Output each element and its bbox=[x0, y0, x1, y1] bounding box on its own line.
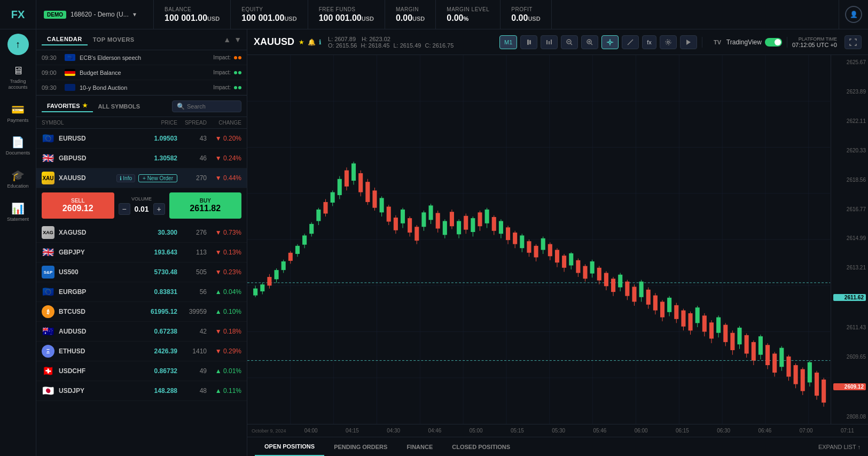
search-input[interactable] bbox=[187, 103, 237, 110]
price-label-9: 2611.43 bbox=[833, 324, 866, 330]
sidebar-item-statement[interactable]: 📊 Statement bbox=[2, 197, 34, 228]
deposit-button[interactable]: ↑ bbox=[7, 34, 29, 55]
tab-favorites[interactable]: FAVORITES ★ bbox=[42, 100, 93, 112]
free-funds-stat: FREE FUNDS 100 001.00USD bbox=[308, 0, 385, 29]
event-time-1: 09:30 bbox=[42, 55, 60, 61]
tab-finance[interactable]: FINANCE bbox=[397, 437, 442, 456]
time-label-0500: 05:00 bbox=[456, 428, 497, 434]
symbol-row-xauusd[interactable]: XAU XAUUSD ℹ Info + New Order 270 ▼ 0.44… bbox=[36, 168, 247, 188]
symbol-row-audusd[interactable]: 🇦🇺 AUDUSD 0.67238 42 ▼ 0.18% bbox=[36, 322, 247, 342]
timeframe-m1-button[interactable]: M1 bbox=[499, 35, 517, 49]
xauusd-new-order-button[interactable]: + New Order bbox=[138, 174, 177, 182]
tab-pending-orders[interactable]: PENDING ORDERS bbox=[324, 437, 397, 456]
event-title-2: Budget Balance bbox=[80, 69, 213, 76]
tab-calendar[interactable]: CALENDAR bbox=[42, 34, 88, 45]
svg-rect-53 bbox=[275, 270, 279, 279]
svg-rect-209 bbox=[822, 380, 826, 403]
sell-button[interactable]: SELL 2609.12 bbox=[42, 192, 114, 219]
user-avatar[interactable]: 👤 bbox=[845, 6, 862, 23]
symbol-row-eurusd[interactable]: 🇪🇺 EURUSD 1.09503 43 ▼ 0.20% bbox=[36, 129, 247, 149]
sidebar-item-education[interactable]: 🎓 Education bbox=[2, 164, 34, 195]
audusd-name: AUDUSD bbox=[59, 328, 135, 335]
zoom-out-button[interactable] bbox=[561, 35, 578, 49]
price-label-6: 2616.77 bbox=[833, 206, 866, 212]
tab-top-movers[interactable]: TOP MOVERS bbox=[88, 34, 140, 45]
pencil-icon bbox=[627, 38, 634, 46]
zoom-in-icon bbox=[586, 38, 593, 46]
play-button[interactable] bbox=[680, 35, 697, 49]
star-icon[interactable]: ★ bbox=[299, 38, 304, 46]
svg-rect-89 bbox=[401, 210, 405, 223]
symbol-row-gbpusd[interactable]: 🇬🇧 GBPUSD 1.30582 46 ▼ 0.24% bbox=[36, 149, 247, 168]
zoom-in-button[interactable] bbox=[581, 35, 598, 49]
sidebar-item-documents[interactable]: 📄 Documents bbox=[2, 130, 34, 161]
chart-type-candle-button[interactable] bbox=[520, 35, 537, 49]
tradingview-toggle[interactable] bbox=[765, 38, 782, 47]
xauusd-info-button[interactable]: ℹ Info bbox=[116, 174, 135, 182]
user-area[interactable]: 👤 bbox=[839, 0, 868, 29]
volume-increase-button[interactable]: + bbox=[153, 203, 165, 215]
symbol-row-xagusd[interactable]: XAG XAGUSD 30.300 276 ▼ 0.73% bbox=[36, 223, 247, 243]
settings-button[interactable] bbox=[660, 35, 677, 49]
symbol-row-usdjpy[interactable]: 🇯🇵 USDJPY 148.288 48 ▲ 0.11% bbox=[36, 381, 247, 401]
price-label-1: 2625.67 bbox=[833, 59, 866, 65]
symbol-row-btcusd[interactable]: ₿ BTCUSD 61995.12 39959 ▲ 0.10% bbox=[36, 302, 247, 322]
col-change-header: CHANGE bbox=[207, 120, 241, 126]
tab-open-positions[interactable]: OPEN POSITIONS bbox=[255, 437, 324, 456]
tab-all-symbols[interactable]: ALL SYMBOLS bbox=[93, 101, 146, 112]
indicators-button[interactable]: fx bbox=[642, 35, 656, 49]
symbol-row-us500[interactable]: S&P US500 5730.48 505 ▼ 0.23% bbox=[36, 262, 247, 282]
buy-button[interactable]: BUY 2611.82 bbox=[169, 192, 242, 219]
dot-1 bbox=[234, 56, 237, 59]
xauusd-actions: XAUUSD ℹ Info + New Order bbox=[59, 174, 177, 182]
info-circle-icon[interactable]: ℹ bbox=[319, 38, 322, 46]
crosshair-button[interactable] bbox=[601, 35, 619, 49]
chart-type-bar-button[interactable] bbox=[541, 35, 558, 49]
svg-rect-105 bbox=[457, 221, 461, 235]
chart-toolbar: M1 bbox=[499, 35, 862, 49]
platform-time-label: PLATFORM TIME bbox=[792, 36, 837, 42]
main-content: ↑ 🖥 Trading accounts 💳 Payments 📄 Docume… bbox=[0, 29, 868, 456]
svg-rect-151 bbox=[618, 275, 622, 288]
audusd-icon: 🇦🇺 bbox=[42, 325, 54, 338]
chevron-down-icon[interactable]: ▼ bbox=[234, 35, 241, 44]
sidebar-item-payments[interactable]: 💳 Payments bbox=[2, 98, 34, 129]
bell-icon[interactable]: 🔔 bbox=[308, 38, 316, 46]
account-info: 168620 - Demo (U... bbox=[71, 11, 129, 18]
event-title-3: 10-y Bond Auction bbox=[80, 84, 213, 91]
price-label-8: 2613.21 bbox=[833, 265, 866, 270]
calendar-event-3[interactable]: 09:30 10-y Bond Auction Impact: bbox=[36, 80, 247, 95]
price-axis: 2625.67 2623.89 2622.11 2620.33 2618.56 … bbox=[831, 55, 868, 424]
chart-canvas[interactable]: 2625.67 2623.89 2622.11 2620.33 2618.56 … bbox=[247, 55, 868, 424]
svg-rect-4 bbox=[551, 40, 552, 44]
eurgbp-name: EURGBP bbox=[59, 288, 135, 296]
gbpusd-name: GBPUSD bbox=[59, 154, 135, 162]
svg-rect-123 bbox=[520, 235, 524, 248]
calendar-event-2[interactable]: 09:00 Budget Balance Impact: bbox=[36, 65, 247, 80]
tab-closed-positions[interactable]: CLOSED POSITIONS bbox=[442, 437, 520, 456]
symbol-row-usdchf[interactable]: 🇨🇭 USDCHF 0.86732 49 ▲ 0.01% bbox=[36, 361, 247, 381]
btcusd-icon: ₿ bbox=[42, 305, 54, 318]
expand-list-button[interactable]: EXPAND LIST ↑ bbox=[818, 444, 861, 450]
calendar-event-1[interactable]: 09:30 🇪🇺 ECB's Elderson speech Impact: bbox=[36, 50, 247, 65]
logo-area: FX bbox=[0, 0, 36, 29]
education-icon: 🎓 bbox=[11, 169, 25, 182]
svg-rect-47 bbox=[253, 289, 257, 296]
sidebar-item-trading-accounts[interactable]: 🖥 Trading accounts bbox=[2, 59, 34, 96]
symbol-row-eurgbp[interactable]: 🇪🇺 EURGBP 0.83831 56 ▲ 0.04% bbox=[36, 282, 247, 302]
ethusd-price: 2426.39 bbox=[135, 347, 177, 355]
symbol-row-gbpjpy[interactable]: 🇬🇧 GBPJPY 193.643 113 ▼ 0.13% bbox=[36, 243, 247, 262]
buy-price: 2611.82 bbox=[176, 204, 236, 213]
search-box[interactable]: 🔍 bbox=[172, 101, 241, 112]
volume-decrease-button[interactable]: − bbox=[119, 203, 130, 215]
search-icon: 🔍 bbox=[177, 103, 185, 110]
usdchf-price: 0.86732 bbox=[135, 367, 177, 375]
draw-tool-button[interactable] bbox=[622, 35, 639, 49]
chevron-up-icon[interactable]: ▲ bbox=[223, 35, 231, 44]
account-selector[interactable]: DEMO 168620 - Demo (U... ▾ bbox=[36, 0, 154, 29]
fullscreen-button[interactable] bbox=[844, 35, 862, 49]
svg-rect-77 bbox=[358, 173, 363, 192]
svg-rect-95 bbox=[421, 212, 426, 227]
dot-6 bbox=[238, 86, 241, 89]
symbol-row-ethusd[interactable]: Ξ ETHUSD 2426.39 1410 ▼ 0.29% bbox=[36, 342, 247, 361]
